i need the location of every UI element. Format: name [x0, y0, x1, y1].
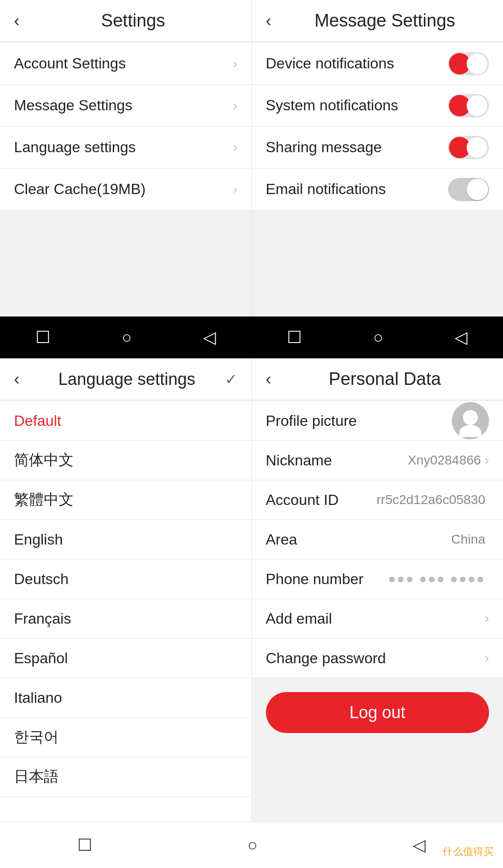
personal-back-button[interactable]: ‹: [266, 371, 272, 388]
lang-item-espanol[interactable]: Español: [0, 639, 252, 678]
message-settings-item[interactable]: Message Settings ›: [0, 85, 252, 127]
add-email-label: Add email: [266, 610, 485, 627]
change-password-label: Change password: [266, 650, 485, 667]
lang-espanol-label: Español: [14, 650, 68, 667]
svg-point-1: [459, 425, 482, 437]
lang-deutsch-label: Deutsch: [14, 571, 68, 588]
language-back-button[interactable]: ‹: [14, 371, 20, 388]
personal-data-panel: ‹ Personal Data Profile picture Nickname…: [252, 358, 503, 821]
area-label: Area: [266, 531, 451, 548]
device-notifications-toggle[interactable]: [448, 52, 489, 75]
device-notifications-label: Device notifications: [266, 55, 449, 72]
back-nav-icon[interactable]: ◁: [413, 835, 426, 855]
email-notifications-label: Email notifications: [266, 181, 449, 198]
lang-english-label: English: [14, 531, 63, 548]
avatar: [452, 402, 489, 439]
sharing-message-label: Sharing message: [266, 139, 449, 156]
lang-korean-label: 한국어: [14, 727, 59, 747]
lang-item-traditional-chinese[interactable]: 繁體中文: [0, 480, 252, 520]
bottom-nav-bar: ☐ ○ ◁ 什么值得买: [0, 821, 503, 868]
system-notifications-toggle[interactable]: [448, 94, 489, 117]
lang-item-english[interactable]: English: [0, 520, 252, 559]
back-icon-right[interactable]: ◁: [455, 328, 468, 347]
lang-item-francais[interactable]: Français: [0, 599, 252, 639]
account-id-label: Account ID: [266, 491, 377, 509]
email-notifications-item: Email notifications: [252, 168, 503, 210]
chevron-right-icon: ›: [233, 140, 237, 155]
account-settings-item[interactable]: Account Settings ›: [0, 43, 252, 85]
chevron-right-icon: ›: [233, 56, 237, 71]
message-settings-title: Message Settings: [281, 11, 489, 31]
settings-title: Settings: [29, 11, 238, 31]
system-notifications-label: System notifications: [266, 97, 449, 114]
language-title: Language settings: [29, 370, 225, 389]
lang-japanese-label: 日本語: [14, 767, 59, 787]
lang-item-japanese[interactable]: 日本語: [0, 757, 252, 797]
nickname-label: Nickname: [266, 452, 408, 469]
square-icon-right[interactable]: ☐: [287, 328, 302, 347]
nav-right: ☐ ○ ◁: [252, 328, 503, 347]
account-id-item: Account ID rr5c2d12a6c05830: [252, 480, 503, 520]
svg-point-0: [463, 410, 478, 425]
message-settings-panel: ‹ Message Settings Device notifications …: [252, 0, 503, 316]
message-settings-list: Device notifications System notification…: [252, 43, 503, 210]
circle-icon-left[interactable]: ○: [122, 328, 132, 347]
chevron-right-icon: ›: [233, 98, 237, 113]
language-list: Default 简体中文 繁體中文 English Deutsch França…: [0, 401, 252, 821]
lang-item-korean[interactable]: 한국어: [0, 718, 252, 757]
nav-badge: 什么值得买: [442, 845, 494, 859]
language-header: ‹ Language settings ✓: [0, 358, 252, 400]
lang-item-italiano[interactable]: Italiano: [0, 678, 252, 718]
lang-francais-label: Français: [14, 610, 71, 627]
personal-data-header: ‹ Personal Data: [252, 358, 503, 400]
account-settings-label: Account Settings: [14, 55, 233, 72]
system-notifications-item: System notifications: [252, 85, 503, 127]
change-password-item[interactable]: Change password ›: [252, 639, 503, 678]
android-nav-bar-top: ☐ ○ ◁ ☐ ○ ◁: [0, 316, 503, 358]
lang-item-default[interactable]: Default: [0, 401, 252, 441]
square-nav-icon[interactable]: ☐: [77, 835, 92, 855]
phone-number-item: Phone number ●●● ●●● ●●●●: [252, 559, 503, 599]
lang-item-simplified-chinese[interactable]: 简体中文: [0, 441, 252, 480]
language-settings-item[interactable]: Language settings ›: [0, 127, 252, 168]
chevron-right-icon: ›: [485, 651, 489, 666]
sharing-message-item: Sharing message: [252, 127, 503, 168]
chevron-right-icon: ›: [233, 182, 237, 197]
language-settings-label: Language settings: [14, 139, 233, 156]
language-panel: ‹ Language settings ✓ Default 简体中文 繁體中文 …: [0, 358, 252, 821]
settings-panel: ‹ Settings Account Settings › Message Se…: [0, 0, 252, 316]
checkmark-icon[interactable]: ✓: [225, 370, 238, 388]
add-email-item[interactable]: Add email ›: [252, 599, 503, 639]
phone-number-value: ●●● ●●● ●●●●: [388, 572, 485, 586]
clear-cache-item[interactable]: Clear Cache(19MB) ›: [0, 168, 252, 210]
message-settings-header: ‹ Message Settings: [252, 0, 503, 42]
account-id-value: rr5c2d12a6c05830: [376, 492, 485, 507]
settings-header: ‹ Settings: [0, 0, 252, 42]
lang-simplified-chinese-label: 简体中文: [14, 450, 74, 471]
message-settings-label: Message Settings: [14, 97, 233, 114]
nickname-value: Xny0284866: [408, 453, 481, 468]
lang-item-deutsch[interactable]: Deutsch: [0, 559, 252, 599]
square-icon-left[interactable]: ☐: [35, 328, 50, 347]
message-settings-back-button[interactable]: ‹: [266, 13, 272, 29]
chevron-right-icon: ›: [485, 453, 489, 468]
area-item: Area China: [252, 520, 503, 559]
clear-cache-label: Clear Cache(19MB): [14, 181, 233, 198]
settings-back-button[interactable]: ‹: [14, 13, 20, 29]
sharing-message-toggle[interactable]: [448, 136, 489, 159]
nickname-item[interactable]: Nickname Xny0284866 ›: [252, 441, 503, 480]
chevron-right-icon: ›: [485, 611, 489, 626]
profile-picture-label: Profile picture: [266, 412, 452, 430]
circle-icon-right[interactable]: ○: [373, 328, 383, 347]
nav-left: ☐ ○ ◁: [0, 328, 252, 347]
back-icon-left[interactable]: ◁: [203, 328, 216, 347]
profile-picture-item[interactable]: Profile picture: [252, 401, 503, 441]
logout-button[interactable]: Log out: [266, 692, 489, 733]
lang-italiano-label: Italiano: [14, 689, 62, 707]
area-value: China: [451, 532, 485, 547]
circle-nav-icon[interactable]: ○: [247, 835, 258, 855]
email-notifications-toggle[interactable]: [448, 178, 489, 201]
phone-number-label: Phone number: [266, 571, 388, 588]
personal-data-title: Personal Data: [281, 369, 489, 389]
personal-data-list: Profile picture Nickname Xny0284866 › Ac…: [252, 401, 503, 678]
